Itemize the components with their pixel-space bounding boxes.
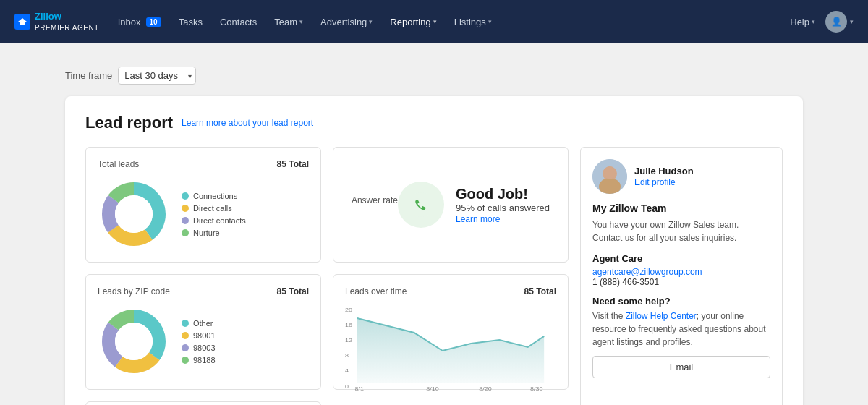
legend-98003: 98003	[182, 344, 216, 352]
timeframe-label: Time frame	[65, 70, 112, 81]
nav-right: Help ▾ 👤 ▾	[783, 11, 854, 33]
svg-marker-23	[357, 318, 544, 383]
nav-advertising[interactable]: Advertising ▾	[313, 12, 380, 32]
answer-rate-title: Answer rate	[352, 195, 398, 205]
svg-text:8/30: 8/30	[530, 385, 543, 391]
nav-help[interactable]: Help ▾	[783, 12, 822, 32]
help-chevron: ▾	[812, 18, 815, 25]
page-card: Lead report Learn more about your lead r…	[65, 96, 803, 405]
help-title: Need some help?	[592, 296, 770, 307]
nav-inbox[interactable]: Inbox 10	[111, 12, 169, 32]
page-title: Lead report	[85, 114, 173, 132]
lot-title: Leads over time	[345, 286, 407, 297]
lot-chart: 0 4 8 12 16 20	[345, 305, 556, 378]
total-leads-donut	[98, 178, 170, 250]
svg-point-6	[409, 192, 433, 217]
help-center-link[interactable]: Zillow Help Center	[626, 311, 697, 321]
legend-direct-calls: Direct calls	[182, 204, 246, 213]
user-avatar[interactable]: 👤	[825, 11, 847, 33]
svg-point-16	[115, 323, 153, 360]
profile-header: Julie Hudson Edit profile	[592, 159, 770, 194]
lot-total: 85 Total	[524, 286, 556, 297]
svg-text:8: 8	[345, 351, 349, 358]
answer-pct: 95% of calls answered	[456, 202, 550, 213]
timeframe-bar: Time frame Last 30 days	[65, 67, 803, 85]
listings-chevron: ▾	[488, 18, 492, 25]
user-chevron: ▾	[850, 18, 854, 25]
timeframe-select[interactable]: Last 30 days	[118, 67, 196, 85]
agent-care-email[interactable]: agentcare@zillowgroup.com	[592, 267, 770, 277]
zip-legend: Other 98001 98003	[182, 319, 216, 364]
advertising-chevron: ▾	[369, 18, 373, 25]
nav-contacts[interactable]: Contacts	[213, 12, 264, 32]
page-title-row: Lead report Learn more about your lead r…	[85, 114, 783, 132]
lot-header: Leads over time 85 Total	[345, 286, 556, 297]
profile-card: Julie Hudson Edit profile My Zillow Team…	[580, 147, 783, 405]
total-leads-chart-row: Connections Direct calls Direct contacts	[98, 178, 309, 250]
timeframe-select-wrapper[interactable]: Last 30 days	[118, 67, 196, 85]
inbox-badge: 10	[146, 17, 161, 27]
total-leads-title: Total leads	[98, 159, 139, 169]
nav-tasks[interactable]: Tasks	[171, 12, 210, 32]
agent-care-phone: 1 (888) 466-3501	[592, 277, 770, 287]
svg-text:20: 20	[345, 306, 352, 312]
svg-text:0: 0	[345, 383, 349, 389]
profile-desc: You have your own Zillow Sales team. Con…	[592, 218, 770, 244]
answer-rate-card: Answer rate Good Job! 95% of calls answe…	[333, 147, 569, 263]
svg-text:12: 12	[345, 336, 352, 343]
team-chevron: ▾	[299, 18, 303, 25]
brand-logo[interactable]: Zillow PREMIER AGENT	[14, 11, 99, 33]
svg-text:16: 16	[345, 321, 352, 328]
zip-code-card: Leads by ZIP code 85 Total	[85, 274, 321, 390]
learn-more-link[interactable]: Learn more about your lead report	[182, 118, 313, 128]
answer-rate-content: Good Job! 95% of calls answered Learn mo…	[398, 182, 550, 228]
legend-98001: 98001	[182, 331, 216, 340]
zip-title: Leads by ZIP code	[98, 286, 170, 297]
nav-listings[interactable]: Listings ▾	[447, 12, 499, 32]
profile-team-title: My Zillow Team	[592, 202, 770, 214]
total-leads-legend: Connections Direct calls Direct contacts	[182, 192, 246, 237]
svg-text:8/1: 8/1	[354, 385, 364, 391]
profile-info: Julie Hudson Edit profile	[634, 166, 694, 187]
profile-edit-link[interactable]: Edit profile	[634, 177, 676, 187]
svg-text:4: 4	[345, 367, 349, 373]
total-leads-total: 85 Total	[277, 159, 309, 169]
answer-learn-more[interactable]: Learn more	[456, 214, 500, 224]
profile-name: Julie Hudson	[634, 166, 694, 176]
nav-reporting[interactable]: Reporting ▾	[383, 12, 443, 32]
zip-total: 85 Total	[277, 286, 309, 297]
svg-point-10	[604, 166, 616, 179]
total-leads-header: Total leads 85 Total	[98, 159, 309, 169]
email-button[interactable]: Email	[592, 356, 770, 378]
svg-text:8/20: 8/20	[479, 385, 492, 391]
navbar: Zillow PREMIER AGENT Inbox 10 Tasks Cont…	[0, 0, 868, 43]
zillow-icon	[14, 14, 30, 30]
zip-header: Leads by ZIP code 85 Total	[98, 286, 309, 297]
phone-icon-circle	[398, 182, 444, 228]
legend-nurture: Nurture	[182, 229, 246, 237]
answer-rate-text: Good Job! 95% of calls answered Learn mo…	[456, 186, 550, 224]
reporting-chevron: ▾	[433, 18, 437, 25]
zip-donut	[98, 305, 170, 378]
help-text: Visit the Zillow Help Center; your onlin…	[592, 310, 770, 349]
property-price-card: Leads by property price 85 Total	[85, 401, 321, 405]
nurture-dot	[182, 229, 189, 236]
profile-avatar	[592, 159, 627, 194]
direct-calls-dot	[182, 205, 189, 212]
direct-contacts-dot	[182, 217, 189, 224]
legend-98188: 98188	[182, 356, 216, 364]
report-grid: Total leads 85 Total	[85, 147, 783, 405]
total-leads-card: Total leads 85 Total	[85, 147, 321, 263]
zip-chart-row: Other 98001 98003	[98, 305, 309, 378]
connections-dot	[182, 192, 189, 200]
good-job-text: Good Job!	[456, 186, 550, 202]
agent-care-title: Agent Care	[592, 253, 770, 264]
answer-rate-header: Answer rate	[352, 195, 398, 205]
legend-other: Other	[182, 319, 216, 328]
legend-direct-contacts: Direct contacts	[182, 216, 246, 225]
svg-point-5	[115, 195, 153, 233]
legend-connections: Connections	[182, 192, 246, 200]
main-container: Time frame Last 30 days Lead report Lear…	[51, 55, 817, 405]
nav-team[interactable]: Team ▾	[267, 12, 310, 32]
brand-text: Zillow PREMIER AGENT	[35, 11, 99, 33]
